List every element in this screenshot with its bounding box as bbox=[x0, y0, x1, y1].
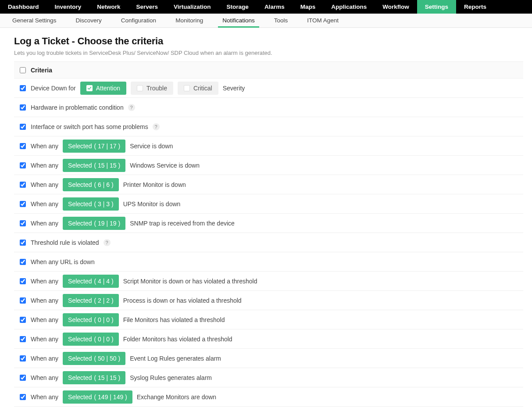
criteria-text: Printer Monitor is down bbox=[123, 181, 186, 188]
row-checkbox[interactable] bbox=[20, 278, 26, 284]
sub-nav-tab-configuration[interactable]: Configuration bbox=[111, 14, 166, 27]
help-icon[interactable]: ? bbox=[104, 239, 111, 246]
row-checkbox[interactable] bbox=[20, 297, 26, 304]
selected-count: ( 149 | 149 ) bbox=[94, 394, 127, 401]
severity-prefix: Device Down for bbox=[31, 85, 76, 92]
checkbox-empty-icon bbox=[184, 85, 190, 91]
selected-label: Selected bbox=[68, 162, 92, 169]
selected-count-button[interactable]: Selected( 4 | 4 ) bbox=[63, 275, 119, 288]
selected-count-button[interactable]: Selected( 0 | 0 ) bbox=[63, 313, 119, 326]
row-checkbox[interactable] bbox=[20, 182, 26, 188]
main-nav-item-network[interactable]: Network bbox=[89, 0, 128, 14]
checkbox-empty-icon bbox=[137, 85, 143, 91]
criteria-text: Event Log Rules generates alarm bbox=[130, 355, 221, 362]
page-title: Log a Ticket - Choose the criteria bbox=[14, 36, 523, 47]
selected-count: ( 3 | 3 ) bbox=[94, 200, 114, 208]
sub-nav-tab-monitoring[interactable]: Monitoring bbox=[166, 14, 213, 27]
selected-count-button[interactable]: Selected( 19 | 19 ) bbox=[63, 217, 125, 230]
row-checkbox[interactable] bbox=[20, 104, 26, 111]
main-nav-item-maps[interactable]: Maps bbox=[293, 0, 324, 14]
selected-count-button[interactable]: Selected( 15 | 15 ) bbox=[63, 371, 125, 384]
row-checkbox-cell bbox=[14, 315, 31, 324]
sub-nav-tab-discovery[interactable]: Discovery bbox=[66, 14, 111, 27]
criteria-row-body: When anySelected( 149 | 149 )Exchange Mo… bbox=[31, 390, 216, 404]
criteria-row: Threshold rule is violated? bbox=[14, 233, 523, 252]
select-all-cell bbox=[14, 66, 31, 75]
selected-label: Selected bbox=[68, 181, 92, 188]
main-nav-item-inventory[interactable]: Inventory bbox=[47, 0, 89, 14]
criteria-row-body: When any URL is down bbox=[31, 258, 95, 265]
row-checkbox-cell bbox=[14, 296, 31, 305]
page-content: Log a Ticket - Choose the criteria Lets … bbox=[0, 28, 532, 408]
selected-label: Selected bbox=[68, 143, 92, 150]
selected-count: ( 17 | 17 ) bbox=[94, 143, 121, 150]
selected-count: ( 0 | 0 ) bbox=[94, 336, 114, 343]
row-checkbox[interactable] bbox=[20, 143, 26, 149]
row-checkbox[interactable] bbox=[20, 124, 26, 130]
row-checkbox[interactable] bbox=[20, 336, 26, 342]
row-checkbox[interactable] bbox=[20, 162, 26, 168]
row-checkbox[interactable] bbox=[20, 375, 26, 381]
row-checkbox-cell bbox=[14, 373, 31, 382]
criteria-row: When anySelected( 17 | 17 )Service is do… bbox=[14, 136, 523, 156]
selected-count-button[interactable]: Selected( 50 | 50 ) bbox=[63, 352, 125, 365]
severity-option-attention[interactable]: Attention bbox=[80, 82, 126, 95]
row-checkbox[interactable] bbox=[20, 259, 26, 265]
row-checkbox[interactable] bbox=[20, 355, 26, 361]
row-checkbox[interactable] bbox=[20, 394, 26, 400]
main-nav-item-storage[interactable]: Storage bbox=[219, 0, 257, 14]
selected-count-button[interactable]: Selected( 149 | 149 ) bbox=[63, 390, 132, 404]
main-nav-item-virtualization[interactable]: Virtualization bbox=[166, 0, 219, 14]
when-any-label: When any bbox=[31, 297, 58, 304]
criteria-row-body: When anySelected( 0 | 0 )Folder Monitors… bbox=[31, 333, 232, 346]
select-all-checkbox[interactable] bbox=[20, 67, 26, 73]
sub-nav-tab-label: ITOM Agent bbox=[307, 17, 339, 24]
selected-count-button[interactable]: Selected( 0 | 0 ) bbox=[63, 333, 119, 346]
criteria-text: Script Monitor is down or has violated a… bbox=[123, 278, 257, 285]
row-checkbox[interactable] bbox=[20, 317, 26, 323]
selected-count-button[interactable]: Selected( 6 | 6 ) bbox=[63, 178, 119, 191]
help-icon[interactable]: ? bbox=[153, 123, 160, 130]
selected-label: Selected bbox=[68, 278, 92, 285]
selected-count-button[interactable]: Selected( 2 | 2 ) bbox=[63, 294, 119, 307]
main-nav-item-applications[interactable]: Applications bbox=[323, 0, 375, 14]
severity-option-label: Trouble bbox=[146, 85, 167, 92]
selected-label: Selected bbox=[68, 200, 92, 208]
row-checkbox[interactable] bbox=[20, 201, 26, 207]
selected-count-button[interactable]: Selected( 17 | 17 ) bbox=[63, 140, 125, 153]
severity-option-trouble[interactable]: Trouble bbox=[131, 82, 173, 95]
selected-count: ( 4 | 4 ) bbox=[94, 278, 114, 285]
when-any-label: When any bbox=[31, 181, 58, 188]
help-icon[interactable]: ? bbox=[128, 104, 135, 111]
criteria-row: When anySelected( 6 | 6 )Printer Monitor… bbox=[14, 175, 523, 194]
sub-nav-tab-tools[interactable]: Tools bbox=[264, 14, 298, 27]
selected-count-button[interactable]: Selected( 15 | 15 ) bbox=[63, 159, 125, 172]
sub-nav-tab-general-settings[interactable]: General Settings bbox=[3, 14, 66, 27]
selected-label: Selected bbox=[68, 355, 92, 362]
row-checkbox[interactable] bbox=[20, 220, 26, 226]
main-nav-item-servers[interactable]: Servers bbox=[129, 0, 166, 14]
criteria-row: When anySelected( 0 | 0 )Folder Monitors… bbox=[14, 329, 523, 349]
selected-count: ( 2 | 2 ) bbox=[94, 297, 114, 304]
main-nav-item-dashboard[interactable]: Dashboard bbox=[0, 0, 47, 14]
selected-count: ( 15 | 15 ) bbox=[94, 374, 121, 381]
row-checkbox[interactable] bbox=[20, 85, 26, 91]
main-nav-item-reports[interactable]: Reports bbox=[456, 0, 494, 14]
main-nav-item-settings[interactable]: Settings bbox=[417, 0, 456, 14]
sub-nav-tab-itom-agent[interactable]: ITOM Agent bbox=[297, 14, 348, 27]
row-checkbox[interactable] bbox=[20, 240, 26, 246]
selected-count-button[interactable]: Selected( 3 | 3 ) bbox=[63, 197, 119, 211]
main-nav-item-label: Virtualization bbox=[174, 4, 211, 10]
row-checkbox-cell bbox=[14, 219, 31, 228]
sub-nav-tab-label: Configuration bbox=[121, 17, 156, 24]
severity-option-critical[interactable]: Critical bbox=[178, 82, 218, 95]
when-any-label: When any bbox=[31, 200, 58, 208]
main-nav-item-alarms[interactable]: Alarms bbox=[257, 0, 293, 14]
check-icon bbox=[86, 85, 93, 91]
main-nav-item-label: Workflow bbox=[382, 4, 409, 10]
sub-nav-tab-notifications[interactable]: Notifications bbox=[213, 14, 264, 27]
criteria-text: UPS Monitor is down bbox=[123, 200, 181, 208]
main-nav-item-label: Servers bbox=[136, 4, 158, 10]
main-nav-item-workflow[interactable]: Workflow bbox=[375, 0, 417, 14]
criteria-text: Threshold rule is violated bbox=[31, 239, 99, 246]
